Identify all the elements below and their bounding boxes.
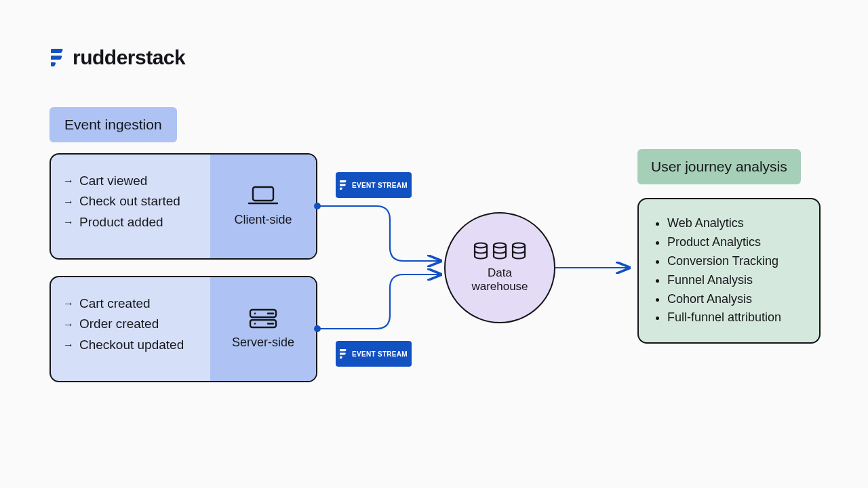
list-item: →Product added	[63, 212, 198, 232]
arrow-right-icon: →	[63, 172, 74, 190]
server-side-panel: Server-side	[210, 277, 316, 381]
svg-point-14	[475, 243, 487, 248]
svg-rect-3	[253, 187, 273, 201]
svg-rect-9	[340, 184, 346, 186]
list-item: Web Analytics	[667, 214, 804, 233]
database-icon	[511, 242, 527, 261]
event-name: Cart viewed	[79, 171, 147, 191]
arrow-right-icon: →	[63, 214, 74, 231]
arrow-right-icon: →	[63, 336, 74, 354]
list-item: →Checkout updated	[63, 335, 198, 355]
laptop-icon	[248, 186, 279, 206]
user-journey-label: User journey analysis	[637, 149, 801, 184]
event-name: Checkout updated	[79, 335, 184, 355]
event-name: Cart created	[79, 293, 151, 314]
list-item: →Check out started	[63, 191, 198, 211]
list-item: Funnel Analysis	[667, 271, 804, 290]
journey-list: Web Analytics Product Analytics Conversi…	[654, 214, 804, 327]
server-events-list: →Cart created →Order created →Checkout u…	[51, 277, 210, 381]
svg-rect-1	[51, 56, 62, 60]
svg-rect-10	[340, 188, 342, 190]
svg-point-15	[494, 243, 506, 248]
svg-point-16	[513, 243, 525, 248]
stream-label: EVENT STREAM	[352, 182, 408, 189]
svg-point-6	[254, 312, 256, 314]
brand-logo: rudderstack	[51, 46, 185, 69]
event-ingestion-label: Event ingestion	[50, 107, 177, 142]
svg-rect-11	[340, 349, 347, 351]
event-name: Check out started	[79, 191, 180, 211]
list-item: Product Analytics	[667, 233, 804, 252]
event-stream-badge: EVENT STREAM	[336, 341, 412, 367]
svg-rect-13	[340, 357, 342, 359]
warehouse-label: Datawarehouse	[471, 266, 528, 293]
client-side-card: →Cart viewed →Check out started →Product…	[50, 153, 317, 260]
server-side-title: Server-side	[232, 336, 294, 350]
client-events-list: →Cart viewed →Check out started →Product…	[51, 155, 210, 258]
data-warehouse-node: Datawarehouse	[444, 212, 555, 323]
arrow-right-icon: →	[63, 316, 74, 333]
list-item: →Order created	[63, 314, 198, 334]
svg-point-7	[254, 323, 256, 324]
server-side-card: →Cart created →Order created →Checkout u…	[50, 276, 317, 382]
event-name: Product added	[79, 212, 163, 232]
database-icon-row	[473, 242, 527, 261]
client-side-title: Client-side	[234, 213, 292, 227]
brand-name: rudderstack	[73, 46, 185, 69]
arrow-right-icon: →	[63, 193, 74, 211]
brand-logo-mark-icon	[340, 180, 348, 190]
user-journey-card: Web Analytics Product Analytics Conversi…	[637, 198, 821, 344]
database-icon	[492, 242, 508, 261]
brand-logo-mark-icon	[51, 49, 66, 66]
list-item: Cohort Analysis	[667, 290, 804, 309]
database-icon	[473, 242, 489, 261]
client-side-panel: Client-side	[210, 155, 316, 258]
event-stream-badge: EVENT STREAM	[336, 172, 412, 198]
server-icon	[249, 308, 277, 329]
list-item: →Cart viewed	[63, 171, 198, 191]
brand-logo-mark-icon	[340, 349, 348, 359]
stream-label: EVENT STREAM	[352, 350, 408, 358]
list-item: →Cart created	[63, 293, 198, 314]
list-item: Full-funnel attribution	[667, 308, 804, 327]
svg-rect-0	[51, 49, 63, 53]
event-name: Order created	[79, 314, 159, 334]
list-item: Conversion Tracking	[667, 252, 804, 271]
arrow-right-icon: →	[63, 295, 74, 312]
svg-rect-8	[340, 180, 347, 182]
svg-rect-2	[51, 62, 56, 66]
svg-rect-12	[340, 352, 346, 354]
